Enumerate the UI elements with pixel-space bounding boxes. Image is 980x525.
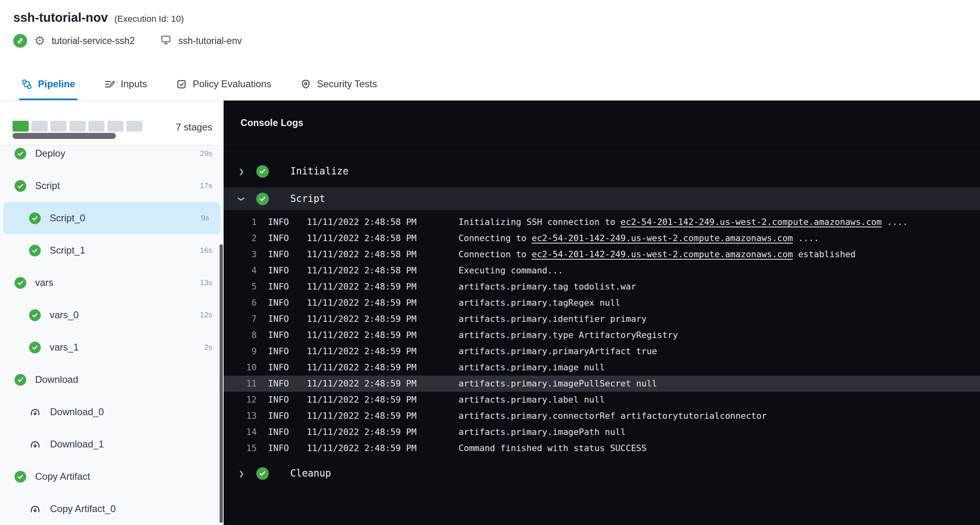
- log-section-cleanup[interactable]: ❯ Cleanup: [224, 462, 980, 485]
- log-level: INFO: [268, 295, 297, 311]
- log-text: Connecting to: [459, 233, 532, 243]
- chevron-right-icon[interactable]: ❯: [237, 468, 246, 479]
- log-text: ....: [882, 217, 908, 227]
- progress-segment: [31, 121, 48, 132]
- pipeline-execution-page: ssh-tutorial-nov (Execution Id: 10) ⚙ tu…: [0, 0, 980, 525]
- tab-label: Inputs: [121, 78, 147, 90]
- success-check-icon: [15, 374, 26, 386]
- stage-label: Copy Artifact_0: [50, 503, 212, 514]
- log-line[interactable]: 1INFO11/11/2022 2:48:58 PMInitializing S…: [224, 214, 980, 230]
- log-text: artifacts.primary.connectorRef artifacto…: [459, 411, 767, 421]
- log-message: artifacts.primary.primaryArtifact true: [459, 343, 980, 359]
- stage-duration: 9s: [201, 214, 209, 223]
- stage-item-script[interactable]: Script17s: [0, 170, 224, 202]
- log-timestamp: 11/11/2022 2:48:58 PM: [307, 230, 426, 246]
- success-check-icon: [15, 277, 26, 289]
- stage-item-download-1[interactable]: Download_1: [0, 428, 224, 460]
- log-message: artifacts.primary.connectorRef artifacto…: [459, 408, 980, 424]
- log-level: INFO: [268, 230, 297, 246]
- stage-label: Script_1: [50, 245, 200, 256]
- stage-item-deploy[interactable]: Deploy29s: [0, 137, 224, 170]
- stage-progress-bar: [13, 121, 142, 132]
- log-line-number: 2: [224, 230, 257, 246]
- log-text: artifacts.primary.imagePath null: [459, 427, 626, 437]
- progress-segment: [126, 121, 142, 132]
- log-line[interactable]: 12INFO11/11/2022 2:48:59 PMartifacts.pri…: [224, 392, 980, 408]
- stage-item-script-1[interactable]: Script_116s: [0, 234, 224, 267]
- log-line[interactable]: 3INFO11/11/2022 2:48:58 PMConnection to …: [224, 246, 980, 262]
- environment-name[interactable]: ssh-tutorial-env: [178, 36, 242, 46]
- log-line[interactable]: 6INFO11/11/2022 2:48:59 PMartifacts.prim…: [224, 295, 980, 311]
- stage-label: Download_1: [50, 439, 212, 450]
- service-name[interactable]: tutorial-service-ssh2: [52, 36, 135, 46]
- log-timestamp: 11/11/2022 2:48:59 PM: [307, 376, 426, 392]
- log-level: INFO: [268, 424, 297, 440]
- success-check-icon: [15, 148, 26, 160]
- vertical-scrollbar[interactable]: [220, 244, 223, 523]
- log-section-script[interactable]: ❯ Script: [224, 187, 980, 210]
- log-timestamp: 11/11/2022 2:48:58 PM: [307, 214, 426, 230]
- log-line[interactable]: 14INFO11/11/2022 2:48:59 PMartifacts.pri…: [224, 424, 980, 440]
- command-step-icon: [29, 406, 41, 418]
- stage-item-copy-artifact[interactable]: Copy Artifact: [0, 460, 224, 493]
- log-line[interactable]: 9INFO11/11/2022 2:48:59 PMartifacts.prim…: [224, 343, 980, 359]
- log-line[interactable]: 8INFO11/11/2022 2:48:59 PMartifacts.prim…: [224, 327, 980, 343]
- log-timestamp: 11/11/2022 2:48:58 PM: [307, 262, 426, 279]
- tab-inputs[interactable]: Inputs: [104, 68, 147, 100]
- log-line-number: 14: [224, 424, 257, 440]
- log-text: established: [793, 249, 855, 259]
- log-message: artifacts.primary.identifier primary: [459, 311, 980, 327]
- tab-label: Pipeline: [38, 78, 75, 90]
- stage-item-vars[interactable]: vars13s: [0, 267, 224, 299]
- tab-security-tests[interactable]: Security Tests: [300, 68, 377, 100]
- log-level: INFO: [268, 343, 297, 359]
- log-section-initialize[interactable]: ❯ Initialize: [224, 160, 980, 183]
- log-level: INFO: [268, 214, 297, 230]
- stage-item-copy-artifact-0[interactable]: Copy Artifact_0: [0, 493, 224, 525]
- stage-duration: 16s: [200, 246, 212, 255]
- log-text: artifacts.primary.type ArtifactoryRegist…: [459, 330, 678, 340]
- stage-duration: 12s: [200, 311, 212, 319]
- stages-sidebar: 7 stages Deploy29sScript17sScript_09sScr…: [0, 101, 224, 525]
- log-text: artifacts.primary.identifier primary: [459, 314, 647, 324]
- stage-item-script-0[interactable]: Script_09s: [3, 202, 220, 234]
- log-link[interactable]: ec2-54-201-142-249.us-west-2.compute.ama…: [532, 249, 793, 259]
- log-line[interactable]: 10INFO11/11/2022 2:48:59 PMartifacts.pri…: [224, 359, 980, 376]
- log-line[interactable]: 4INFO11/11/2022 2:48:58 PMExecuting comm…: [224, 262, 980, 279]
- page-title: ssh-tutorial-nov: [13, 10, 108, 25]
- pipeline-icon: [21, 79, 32, 90]
- chevron-down-icon[interactable]: ❯: [237, 194, 247, 204]
- stage-item-vars-0[interactable]: vars_012s: [0, 299, 224, 331]
- tab-pipeline[interactable]: Pipeline: [21, 68, 75, 100]
- progress-segment: [88, 121, 105, 132]
- success-check-icon: [15, 180, 26, 192]
- log-line-number: 7: [224, 311, 257, 327]
- log-line-number: 5: [224, 279, 257, 295]
- log-link[interactable]: ec2-54-201-142-249.us-west-2.compute.ama…: [532, 233, 793, 243]
- chevron-right-icon[interactable]: ❯: [237, 166, 246, 176]
- success-check-icon: [29, 342, 41, 353]
- stage-label: Script: [35, 180, 200, 191]
- log-text: artifacts.primary.primaryArtifact true: [459, 346, 657, 356]
- tab-policy-evaluations[interactable]: Policy Evaluations: [176, 68, 271, 100]
- stage-item-vars-1[interactable]: vars_12s: [0, 331, 224, 363]
- log-line[interactable]: 2INFO11/11/2022 2:48:58 PMConnecting to …: [224, 230, 980, 246]
- log-message: artifacts.primary.tag todolist.war: [459, 279, 980, 295]
- log-link[interactable]: ec2-54-201-142-249.us-west-2.compute.ama…: [620, 217, 882, 227]
- log-line[interactable]: 13INFO11/11/2022 2:48:59 PMartifacts.pri…: [224, 408, 980, 424]
- log-line[interactable]: 15INFO11/11/2022 2:48:59 PMCommand finis…: [224, 440, 980, 456]
- success-check-icon: [256, 467, 269, 480]
- log-line[interactable]: 11INFO11/11/2022 2:48:59 PMartifacts.pri…: [224, 376, 980, 392]
- log-timestamp: 11/11/2022 2:48:59 PM: [307, 311, 426, 327]
- log-line-number: 8: [224, 327, 257, 343]
- log-line[interactable]: 7INFO11/11/2022 2:48:59 PMartifacts.prim…: [224, 311, 980, 327]
- log-line[interactable]: 5INFO11/11/2022 2:48:59 PMartifacts.prim…: [224, 279, 980, 295]
- stage-list: Deploy29sScript17sScript_09sScript_116sv…: [0, 146, 224, 525]
- log-message: artifacts.primary.imagePath null: [459, 424, 980, 440]
- stage-item-download-0[interactable]: Download_0: [0, 396, 224, 428]
- service-env-row: ⚙ tutorial-service-ssh2 ssh-tutorial-env: [13, 34, 980, 48]
- console-body: ❯ Initialize ❯ Script 1INFO11/11/2022 2:…: [224, 145, 980, 485]
- stage-item-download[interactable]: Download: [0, 363, 224, 396]
- log-line-number: 11: [224, 376, 257, 392]
- stage-label: Script_0: [50, 212, 201, 224]
